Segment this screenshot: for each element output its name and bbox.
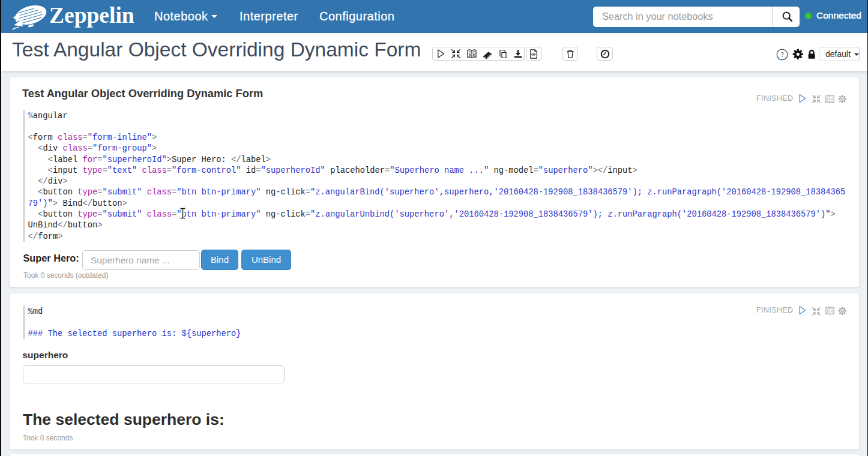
svg-text:?: ? [780,50,784,59]
